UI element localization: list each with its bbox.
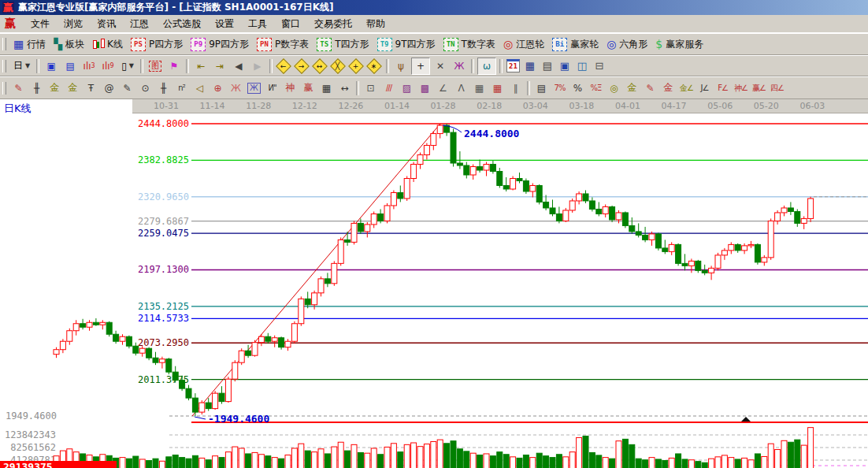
crosshair-button[interactable]: + <box>411 58 430 75</box>
v-reversal-button[interactable]: Ʌ <box>453 80 469 96</box>
gann-move-right-button[interactable]: → <box>295 58 310 73</box>
menu-item-tools[interactable]: 工具 <box>241 16 274 32</box>
web-pattern-button[interactable]: Ж <box>451 58 468 74</box>
gold-ratio-time-button[interactable]: 金 <box>46 80 63 96</box>
seven-percent-button[interactable]: 7% <box>551 80 568 96</box>
gann-compress-button[interactable]: ╳ <box>331 58 346 73</box>
fan-in-square-button[interactable]: ▩ <box>417 80 433 96</box>
percent-scale-button[interactable]: ▤ <box>533 80 550 96</box>
gold-pen-button[interactable]: ✎ <box>642 80 658 96</box>
gold-channel-button[interactable]: 金 <box>624 80 640 96</box>
four-angle-button[interactable]: 四∠ <box>769 80 785 96</box>
multi-window-button[interactable]: ▣ <box>43 58 60 74</box>
p-square-button[interactable]: PSP四方形 <box>127 35 187 53</box>
gann-fan-button[interactable]: /// <box>380 80 397 96</box>
gann-grid-box-button[interactable]: 图 <box>147 58 164 74</box>
t-number-table-button[interactable]: TNT数字表 <box>440 35 499 53</box>
fibonacci-lines-button[interactable]: Ŧ <box>83 80 99 96</box>
angle-line-button[interactable]: ∠ <box>435 80 451 96</box>
j-angle-button[interactable]: J∠ <box>696 80 713 96</box>
net-download-icon[interactable]: ◫ <box>575 59 589 72</box>
square-of-nine-button[interactable]: n² <box>173 80 190 96</box>
magic-tool-button[interactable]: 神 <box>282 80 299 96</box>
gann-wheel-button[interactable]: ◎江恩轮 <box>499 35 548 53</box>
gold-circle-button[interactable]: ◎ <box>606 80 622 96</box>
gann-expand-button[interactable]: + <box>349 58 364 73</box>
winner-angle-button[interactable]: 赢∠ <box>751 80 767 96</box>
winner-service-button[interactable]: $赢家服务 <box>651 35 707 53</box>
winner-tool-button[interactable]: 赢 <box>300 80 317 96</box>
gold-ratio-price-button[interactable]: 金 <box>65 80 81 96</box>
f-angle-button[interactable]: F∠ <box>714 80 731 96</box>
draw-knife-button[interactable]: ✎ <box>10 80 27 96</box>
kline-combine-9-button[interactable]: ılı9 <box>99 58 117 74</box>
chart-area[interactable]: 2444.80002382.88252320.96502279.68672259… <box>0 113 868 468</box>
time-cycle-circle-button[interactable]: ⊙ <box>137 80 154 96</box>
marker-pen-button[interactable]: ✎ <box>119 80 135 96</box>
magic-angle-button[interactable]: 神∠ <box>733 80 749 96</box>
span-measure-button[interactable]: ↔ <box>336 80 353 96</box>
calendar-icon[interactable]: 21 <box>506 59 520 72</box>
gann-time-ruler-icon: ╫ <box>34 83 39 94</box>
menu-item-trade-entrust[interactable]: 交易委托 <box>307 16 359 32</box>
kline-button[interactable]: K线 <box>88 35 127 53</box>
kline-combine-3-button[interactable]: ılı3 <box>80 58 98 74</box>
9t-square-icon: T9 <box>377 38 392 51</box>
menu-item-file[interactable]: 文件 <box>24 16 57 32</box>
gold-wave-button[interactable]: 金 <box>660 80 677 96</box>
nav-first-button[interactable]: ⇤ <box>192 58 210 74</box>
winner-wheel-button[interactable]: Bi赢家轮 <box>548 35 603 53</box>
gann-compass-button[interactable]: ⊕ <box>210 80 226 96</box>
menu-item-browse[interactable]: 浏览 <box>57 16 90 32</box>
fan-in-box-button[interactable]: ▨ <box>399 80 415 96</box>
spiral-calendar-button[interactable]: @ <box>101 80 117 96</box>
measure-cut-button[interactable]: ✕ <box>432 58 449 74</box>
boxed-web-button[interactable]: Ж <box>246 80 262 96</box>
menu-item-window[interactable]: 窗口 <box>274 16 307 32</box>
hexagon-button[interactable]: ◎六角形 <box>603 35 651 53</box>
quotes-button[interactable]: ▦行情 <box>9 35 50 53</box>
gann-brain-button[interactable]: ω <box>477 58 496 75</box>
gann-move-left-button[interactable]: ← <box>276 58 291 73</box>
grid-lines-red-button[interactable]: ▦ <box>489 80 506 96</box>
count-ruler-button[interactable]: ▦ <box>318 80 335 96</box>
menu-item-gann[interactable]: 江恩 <box>123 16 156 32</box>
gold-angle-button[interactable]: 金∠ <box>678 80 695 96</box>
info-list-button[interactable]: ▤ <box>61 58 79 74</box>
menu-item-news[interactable]: 资讯 <box>90 16 123 32</box>
9p-square-button[interactable]: P99P四方形 <box>187 35 253 53</box>
calculator-icon[interactable]: ▦ <box>523 59 537 72</box>
grid-lines-button[interactable]: ▦ <box>471 80 488 96</box>
kline-chart[interactable]: 2444.80002382.88252320.96502279.68672259… <box>0 113 868 468</box>
nav-next-button[interactable]: ▶ <box>249 58 266 74</box>
9t-square-button[interactable]: T99T四方形 <box>373 35 440 53</box>
period-day-dropdown[interactable]: 日▼ <box>11 58 32 74</box>
menu-item-formula-stock-pick[interactable]: 公式选股 <box>156 16 208 32</box>
t-square-button[interactable]: TST四方形 <box>313 35 373 53</box>
percent-lines-button[interactable]: %Ξ <box>588 80 604 96</box>
remote-service-icon[interactable]: ⊟ <box>592 59 606 72</box>
window-title: 赢家江恩专业版[赢家内部服务平台] - [上证指数 SH1A0001-167日K… <box>18 1 334 14</box>
box-partition-button[interactable]: ⊡ <box>362 80 379 96</box>
percent-tool-button[interactable]: % <box>569 80 586 96</box>
candle-style-dropdown[interactable]: ▯▼ <box>119 58 136 74</box>
date-strip[interactable]: 10-3111-1411-2812-1212-2601-1401-2802-18… <box>132 99 868 113</box>
wave-count-button[interactable]: И" <box>264 80 280 96</box>
save-data-icon[interactable]: ▣ <box>558 59 572 72</box>
parallel-lines-button[interactable]: ∥ <box>507 80 524 96</box>
p-number-table-button[interactable]: PNP数字表 <box>253 35 313 53</box>
gann-stretch-button[interactable]: ↔ <box>313 58 328 73</box>
menu-item-help[interactable]: 帮助 <box>359 16 392 32</box>
notebook-icon[interactable]: ▤ <box>540 59 555 72</box>
spider-web-button[interactable]: Ж <box>228 80 244 96</box>
price-ruler-button[interactable]: ╫ <box>155 80 172 96</box>
sectors-button[interactable]: ▚板块 <box>50 35 88 53</box>
gann-time-ruler-button[interactable]: ╫ <box>28 80 45 96</box>
nav-last-button[interactable]: ⇥ <box>211 58 228 74</box>
flag-analysis-button[interactable]: ⚑ <box>165 58 183 74</box>
menu-item-settings[interactable]: 设置 <box>208 16 241 32</box>
gann-center-button[interactable]: ∗ <box>367 58 382 73</box>
mirror-marker-button[interactable]: ◁ <box>191 80 208 96</box>
nav-prev-button[interactable]: ◀ <box>230 58 247 74</box>
hand-drag-button[interactable]: ψ <box>392 58 410 74</box>
